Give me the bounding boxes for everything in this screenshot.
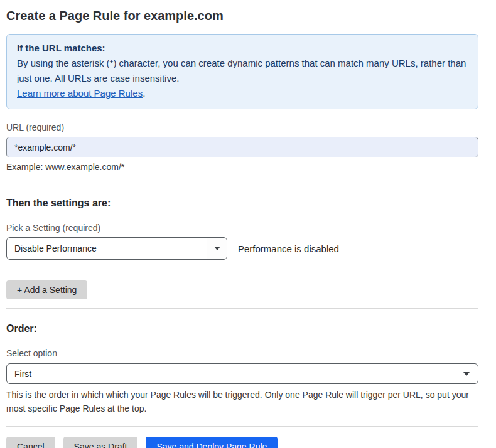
url-label: URL (required) [6, 122, 478, 132]
url-example-text: Example: www.example.com/* [6, 161, 478, 173]
setting-status-text: Performance is disabled [238, 243, 339, 254]
settings-heading: Then the settings are: [6, 197, 478, 210]
save-and-deploy-button[interactable]: Save and Deploy Page Rule [146, 437, 278, 448]
divider [6, 183, 478, 183]
save-as-draft-button[interactable]: Save as Draft [63, 437, 138, 448]
info-box-link-line: Learn more about Page Rules. [17, 86, 468, 101]
learn-more-link[interactable]: Learn more about Page Rules [17, 88, 143, 99]
chevron-down-icon[interactable] [207, 238, 227, 259]
info-box-heading: If the URL matches: [17, 41, 468, 56]
order-dropdown[interactable]: First [6, 363, 478, 384]
url-input[interactable] [6, 137, 478, 157]
pick-setting-label: Pick a Setting (required) [6, 223, 478, 233]
setting-dropdown-value: Disable Performance [7, 243, 207, 253]
footer-actions: Cancel Save as Draft Save and Deploy Pag… [6, 437, 478, 448]
triangle-down-icon [463, 372, 470, 376]
link-period: . [143, 88, 145, 99]
order-dropdown-value: First [7, 369, 463, 379]
order-description: This is the order in which which your Pa… [6, 388, 476, 415]
create-page-rule-form: Create a Page Rule for example.com If th… [0, 0, 496, 448]
divider [6, 426, 478, 427]
cancel-button[interactable]: Cancel [6, 437, 55, 448]
page-title: Create a Page Rule for example.com [6, 8, 478, 24]
add-setting-button[interactable]: + Add a Setting [6, 280, 87, 299]
triangle-down-icon [214, 247, 220, 250]
url-match-info-box: If the URL matches: By using the asteris… [6, 34, 478, 109]
order-heading: Order: [6, 323, 478, 335]
divider [6, 308, 478, 309]
setting-row: Disable Performance Performance is disab… [6, 237, 478, 260]
info-box-body: By using the asterisk (*) character, you… [17, 56, 468, 86]
order-select-label: Select option [6, 348, 478, 358]
setting-dropdown[interactable]: Disable Performance [6, 237, 227, 260]
